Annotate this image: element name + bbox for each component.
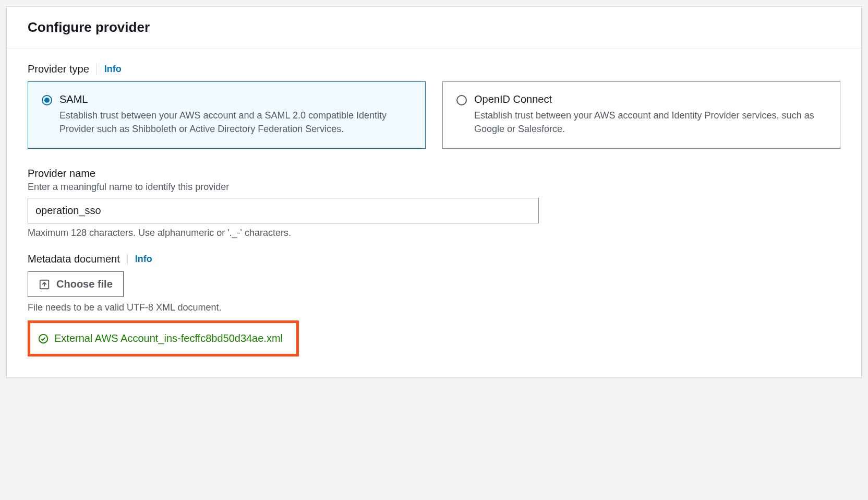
radio-saml[interactable]: [42, 95, 52, 105]
tile-desc-saml: Establish trust between your AWS account…: [59, 109, 412, 136]
provider-type-info-link[interactable]: Info: [104, 64, 122, 75]
provider-name-label: Provider name: [28, 168, 840, 180]
provider-name-constraint: Maximum 128 characters. Use alphanumeric…: [28, 228, 840, 239]
provider-type-tile-openid[interactable]: OpenID Connect Establish trust between y…: [442, 81, 840, 149]
uploaded-file-name: External AWS Account_ins-fecffc8bd50d34a…: [54, 332, 283, 344]
provider-type-tiles: SAML Establish trust between your AWS ac…: [28, 81, 840, 149]
tile-title-openid: OpenID Connect: [474, 93, 826, 105]
tile-title-saml: SAML: [59, 93, 412, 105]
choose-file-label: Choose file: [56, 278, 113, 290]
provider-type-label: Provider type: [28, 63, 89, 75]
choose-file-button[interactable]: Choose file: [28, 271, 124, 297]
provider-name-input[interactable]: [28, 198, 539, 223]
page-title: Configure provider: [28, 19, 840, 35]
provider-name-hint: Enter a meaningful name to identify this…: [28, 182, 840, 193]
provider-type-tile-saml[interactable]: SAML Establish trust between your AWS ac…: [28, 81, 426, 149]
panel-header: Configure provider: [7, 7, 861, 49]
provider-type-label-row: Provider type Info: [28, 63, 840, 75]
metadata-document-label-row: Metadata document Info: [28, 253, 840, 265]
metadata-file-note: File needs to be a valid UTF-8 XML docum…: [28, 302, 840, 313]
check-circle-icon: [38, 333, 49, 344]
tile-text: OpenID Connect Establish trust between y…: [474, 93, 826, 136]
radio-openid[interactable]: [456, 95, 467, 105]
uploaded-file-status: External AWS Account_ins-fecffc8bd50d34a…: [28, 320, 299, 356]
configure-provider-panel: Configure provider Provider type Info SA…: [6, 6, 862, 378]
label-divider: [127, 254, 128, 265]
upload-icon: [39, 279, 50, 290]
label-divider: [97, 64, 97, 75]
metadata-document-label: Metadata document: [28, 253, 120, 265]
panel-body: Provider type Info SAML Establish trust …: [7, 49, 861, 377]
tile-text: SAML Establish trust between your AWS ac…: [59, 93, 412, 136]
metadata-document-info-link[interactable]: Info: [135, 254, 152, 265]
tile-desc-openid: Establish trust between your AWS account…: [474, 109, 826, 136]
